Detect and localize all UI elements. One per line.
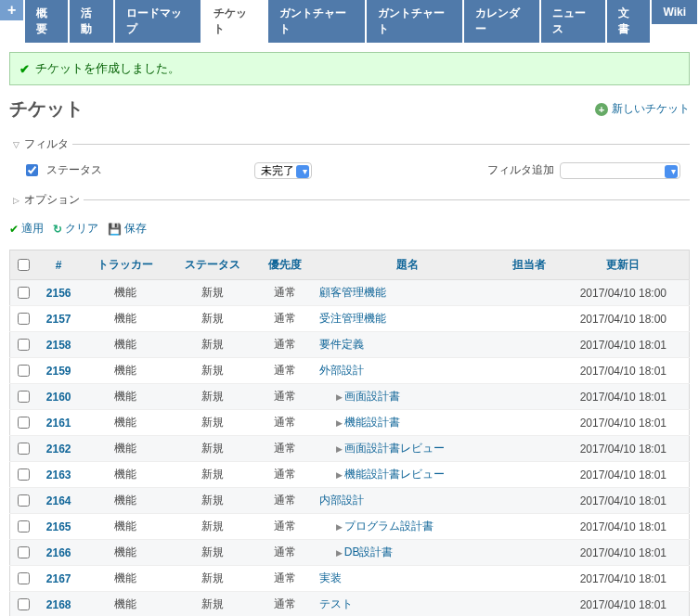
- tracker-cell: 機能: [81, 462, 169, 488]
- row-checkbox[interactable]: [18, 365, 30, 377]
- subject-link[interactable]: 要件定義: [319, 338, 364, 351]
- subject-link[interactable]: プログラム設計書: [344, 520, 434, 533]
- table-row[interactable]: 2167機能新規通常実装2017/04/10 18:01: [10, 566, 690, 592]
- row-checkbox[interactable]: [18, 468, 30, 481]
- save-button[interactable]: 💾 保存: [108, 221, 147, 237]
- col-subject[interactable]: 題名: [314, 250, 501, 280]
- assignee-cell: [500, 358, 557, 384]
- row-checkbox[interactable]: [18, 520, 30, 533]
- subject-link[interactable]: 実装: [319, 571, 342, 584]
- filter-status-checkbox[interactable]: [26, 164, 38, 176]
- new-object-button[interactable]: +: [0, 0, 23, 20]
- clear-button[interactable]: ↻ クリア: [53, 221, 98, 237]
- tab-概要[interactable]: 概要: [25, 0, 68, 43]
- status-cell: 新規: [169, 410, 257, 436]
- select-all-checkbox[interactable]: [18, 259, 30, 271]
- issue-id-link[interactable]: 2161: [46, 417, 71, 430]
- priority-cell: 通常: [257, 410, 314, 436]
- filter-status-select[interactable]: 未完了: [254, 162, 312, 179]
- subject-link[interactable]: テスト: [319, 597, 353, 610]
- subject-link[interactable]: 外部設計: [319, 364, 364, 377]
- issue-id-link[interactable]: 2167: [46, 572, 71, 585]
- table-row[interactable]: 2159機能新規通常外部設計2017/04/10 18:01: [10, 358, 690, 384]
- priority-cell: 通常: [257, 540, 314, 566]
- row-checkbox[interactable]: [18, 313, 30, 325]
- issue-id-link[interactable]: 2168: [46, 598, 71, 611]
- subject-link[interactable]: 受注管理機能: [319, 312, 386, 325]
- table-row[interactable]: 2161機能新規通常▶機能設計書2017/04/10 18:01: [10, 410, 690, 436]
- tab-Wiki[interactable]: Wiki: [652, 0, 697, 24]
- issue-id-link[interactable]: 2162: [46, 443, 71, 456]
- table-row[interactable]: 2165機能新規通常▶プログラム設計書2017/04/10 18:01: [10, 514, 690, 540]
- row-checkbox[interactable]: [18, 417, 30, 429]
- subject-cell: 内部設計: [314, 488, 501, 514]
- apply-button[interactable]: ✔ 適用: [9, 221, 44, 237]
- issues-table: # トラッカー ステータス 優先度 題名 担当者 更新日 2156機能新規通常顧…: [9, 250, 690, 616]
- tab-カレンダー[interactable]: カレンダー: [464, 0, 539, 43]
- new-issue-label: 新しいチケット: [612, 101, 690, 117]
- table-row[interactable]: 2163機能新規通常▶機能設計書レビュー2017/04/10 18:01: [10, 462, 690, 488]
- subject-link[interactable]: 画面設計書レビュー: [344, 442, 445, 455]
- col-status[interactable]: ステータス: [169, 250, 257, 280]
- table-row[interactable]: 2162機能新規通常▶画面設計書レビュー2017/04/10 18:01: [10, 436, 690, 462]
- priority-cell: 通常: [257, 358, 314, 384]
- assignee-cell: [500, 280, 557, 306]
- issue-id-link[interactable]: 2159: [46, 365, 71, 378]
- subject-link[interactable]: 内部設計: [319, 494, 364, 507]
- col-tracker[interactable]: トラッカー: [81, 250, 169, 280]
- issue-id-link[interactable]: 2156: [46, 287, 71, 300]
- issue-id-link[interactable]: 2163: [46, 468, 71, 481]
- table-row[interactable]: 2168機能新規通常テスト2017/04/10 18:01: [10, 592, 690, 617]
- table-row[interactable]: 2158機能新規通常要件定義2017/04/10 18:01: [10, 332, 690, 358]
- issue-id-link[interactable]: 2157: [46, 313, 71, 326]
- table-row[interactable]: 2157機能新規通常受注管理機能2017/04/10 18:00: [10, 306, 690, 332]
- row-checkbox[interactable]: [18, 287, 30, 299]
- issue-id-link[interactable]: 2160: [46, 391, 71, 404]
- subject-link[interactable]: 機能設計書レビュー: [344, 468, 445, 481]
- tab-活動[interactable]: 活動: [70, 0, 112, 43]
- table-row[interactable]: 2164機能新規通常内部設計2017/04/10 18:01: [10, 488, 690, 514]
- row-checkbox[interactable]: [18, 546, 30, 558]
- row-checkbox[interactable]: [18, 443, 30, 455]
- row-checkbox[interactable]: [18, 572, 30, 584]
- table-row[interactable]: 2160機能新規通常▶画面設計書2017/04/10 18:01: [10, 384, 690, 410]
- tab-ロードマップ[interactable]: ロードマップ: [115, 0, 201, 43]
- row-checkbox[interactable]: [18, 598, 30, 610]
- status-cell: 新規: [169, 462, 257, 488]
- new-issue-link[interactable]: + 新しいチケット: [595, 101, 690, 117]
- tab-ニュース[interactable]: ニュース: [541, 0, 605, 43]
- row-checkbox[interactable]: [18, 494, 30, 507]
- issue-id-link[interactable]: 2158: [46, 339, 71, 352]
- table-row[interactable]: 2156機能新規通常顧客管理機能2017/04/10 18:00: [10, 280, 690, 306]
- tab-ガントチャート[interactable]: ガントチャート: [268, 0, 365, 43]
- subject-link[interactable]: DB設計書: [344, 545, 394, 558]
- col-assignee[interactable]: 担当者: [500, 250, 557, 280]
- priority-cell: 通常: [257, 306, 314, 332]
- issue-id-link[interactable]: 2164: [46, 494, 71, 507]
- issue-id-link[interactable]: 2166: [46, 546, 71, 559]
- status-cell: 新規: [169, 384, 257, 410]
- tracker-cell: 機能: [81, 332, 169, 358]
- col-updated[interactable]: 更新日: [558, 250, 690, 280]
- issue-id-link[interactable]: 2165: [46, 520, 71, 533]
- filters-legend[interactable]: ▽ フィルタ: [9, 136, 72, 152]
- col-priority[interactable]: 優先度: [257, 250, 314, 280]
- table-row[interactable]: 2166機能新規通常▶DB設計書2017/04/10 18:01: [10, 540, 690, 566]
- subject-link[interactable]: 画面設計書: [344, 390, 400, 403]
- add-filter-select[interactable]: [560, 162, 680, 179]
- assignee-cell: [500, 436, 557, 462]
- row-checkbox[interactable]: [18, 339, 30, 351]
- subject-link[interactable]: 顧客管理機能: [319, 286, 386, 299]
- priority-cell: 通常: [257, 332, 314, 358]
- subject-cell: 外部設計: [314, 358, 501, 384]
- tab-文書[interactable]: 文書: [607, 0, 650, 43]
- row-checkbox[interactable]: [18, 391, 30, 403]
- tab-チケット[interactable]: チケット: [202, 0, 266, 43]
- filters-fieldset: ▽ フィルタ ステータス 未完了 フィルタ追加: [9, 136, 690, 185]
- tab-ガントチャート[interactable]: ガントチャート: [367, 0, 463, 43]
- col-id[interactable]: #: [36, 250, 81, 280]
- options-legend[interactable]: ▷ オプション: [9, 192, 84, 208]
- subject-link[interactable]: 機能設計書: [344, 416, 400, 429]
- updated-cell: 2017/04/10 18:01: [558, 384, 690, 410]
- subject-cell: ▶画面設計書レビュー: [314, 436, 501, 462]
